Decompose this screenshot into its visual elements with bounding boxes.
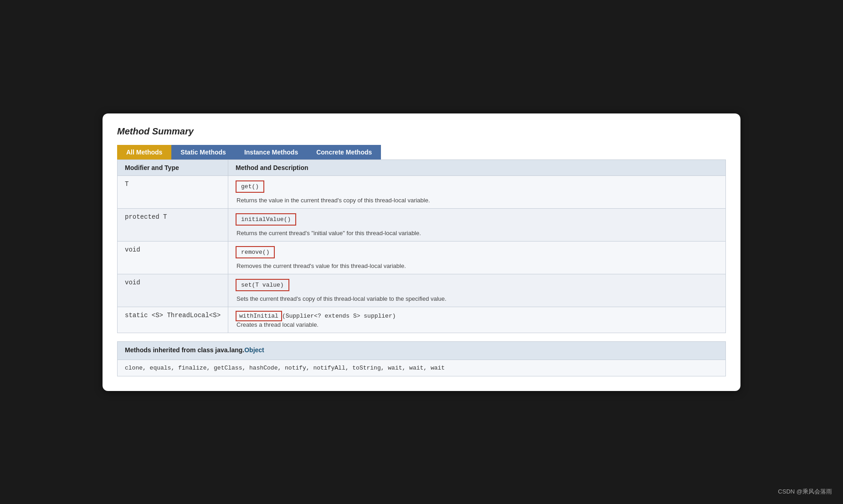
inherited-methods-list: clone, equals, finalize, getClass, hashC… bbox=[117, 360, 726, 376]
method-desc-get: Returns the value in the current thread'… bbox=[236, 197, 718, 204]
header-modifier: Modifier and Type bbox=[118, 159, 228, 175]
modifier-cell: void bbox=[118, 274, 228, 307]
table-row: void set(T value) Sets the current threa… bbox=[118, 274, 726, 307]
method-cell: get() Returns the value in the current t… bbox=[228, 175, 726, 208]
header-method: Method and Description bbox=[228, 159, 726, 175]
method-args-withinitial: (Supplier<? extends S> supplier) bbox=[282, 313, 396, 319]
method-desc-initialvalue: Returns the current thread's "initial va… bbox=[236, 230, 718, 237]
inherited-title: Methods inherited from class java.lang.O… bbox=[125, 346, 718, 354]
section-title: Method Summary bbox=[117, 126, 726, 137]
method-name-set[interactable]: set(T value) bbox=[236, 279, 289, 291]
table-row: protected T initialValue() Returns the c… bbox=[118, 208, 726, 241]
method-name-withinitial[interactable]: withInitial bbox=[236, 311, 282, 321]
inherited-title-prefix: Methods inherited from class java.lang. bbox=[125, 346, 244, 354]
method-name-get[interactable]: get() bbox=[236, 180, 264, 193]
tab-all-methods[interactable]: All Methods bbox=[117, 145, 171, 159]
inherited-section: Methods inherited from class java.lang.O… bbox=[117, 341, 726, 360]
tab-static-methods[interactable]: Static Methods bbox=[171, 145, 235, 159]
main-card: Method Summary All Methods Static Method… bbox=[103, 113, 740, 391]
method-desc-remove: Removes the current thread's value for t… bbox=[236, 262, 718, 269]
table-header-row: Modifier and Type Method and Description bbox=[118, 159, 726, 175]
method-cell-static: withInitial(Supplier<? extends S> suppli… bbox=[228, 307, 726, 333]
modifier-cell-static: static <S> ThreadLocal<S> bbox=[118, 307, 228, 333]
watermark: CSDN @乘风会落雨 bbox=[778, 488, 832, 496]
method-cell: set(T value) Sets the current thread's c… bbox=[228, 274, 726, 307]
method-name-remove[interactable]: remove() bbox=[236, 246, 275, 258]
table-row: void remove() Removes the current thread… bbox=[118, 241, 726, 274]
method-desc-set: Sets the current thread's copy of this t… bbox=[236, 295, 718, 302]
method-cell: remove() Removes the current thread's va… bbox=[228, 241, 726, 274]
method-name-initialvalue[interactable]: initialValue() bbox=[236, 213, 296, 226]
tab-instance-methods[interactable]: Instance Methods bbox=[235, 145, 307, 159]
inherited-title-link[interactable]: Object bbox=[244, 346, 264, 354]
modifier-cell: T bbox=[118, 175, 228, 208]
method-cell: initialValue() Returns the current threa… bbox=[228, 208, 726, 241]
method-summary-table: Modifier and Type Method and Description… bbox=[117, 159, 726, 333]
modifier-cell: protected T bbox=[118, 208, 228, 241]
modifier-cell: void bbox=[118, 241, 228, 274]
tab-concrete-methods[interactable]: Concrete Methods bbox=[307, 145, 381, 159]
method-tabs: All Methods Static Methods Instance Meth… bbox=[117, 145, 726, 159]
table-row: T get() Returns the value in the current… bbox=[118, 175, 726, 208]
method-desc-withinitial: Creates a thread local variable. bbox=[236, 321, 718, 328]
table-row-static: static <S> ThreadLocal<S> withInitial(Su… bbox=[118, 307, 726, 333]
